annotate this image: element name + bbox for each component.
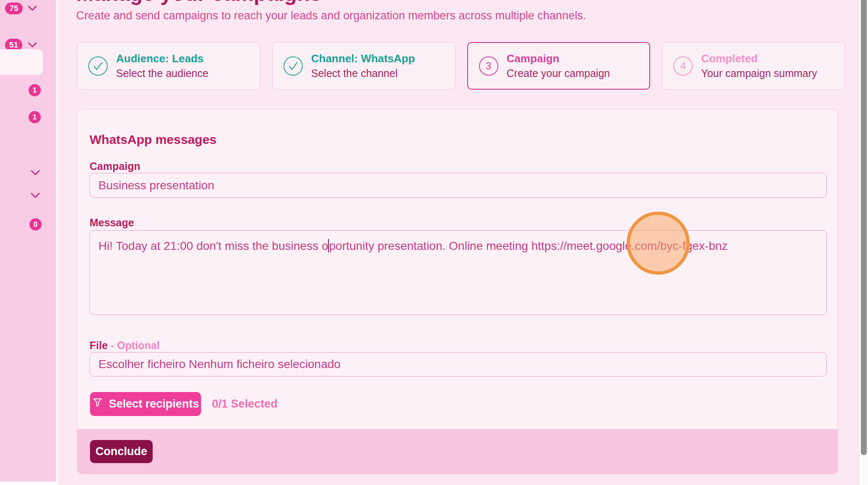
- message-label: Message: [90, 217, 134, 229]
- message-text-before-cursor: Hi! Today at 21:00 don't miss the busine…: [98, 239, 328, 252]
- file-label-text: File: [90, 339, 108, 351]
- sidebar-count-badge: 0: [29, 218, 42, 231]
- sidebar: 75 51 1 1 0: [0, 0, 56, 482]
- campaign-input[interactable]: Business presentation: [90, 173, 827, 198]
- page-title: Manage your campaigns: [76, 0, 322, 4]
- check-icon: [88, 56, 108, 76]
- bottom-strip: [0, 482, 58, 485]
- step-title: Channel: WhatsApp: [311, 52, 415, 65]
- step-number-icon: 4: [673, 56, 693, 76]
- sidebar-item-selected[interactable]: [0, 49, 43, 75]
- click-indicator-ring: [627, 212, 690, 275]
- page-subtitle: Create and send campaigns to reach your …: [76, 9, 586, 22]
- filter-icon: [92, 397, 103, 411]
- step-number-icon: 3: [479, 56, 498, 76]
- whatsapp-campaign-card: WhatsApp messages Campaign Business pres…: [77, 109, 838, 474]
- card-footer: Conclude: [77, 429, 838, 474]
- step-channel[interactable]: Channel: WhatsApp Select the channel: [272, 42, 455, 90]
- campaign-label: Campaign: [90, 160, 140, 172]
- file-label: File - Optional: [90, 339, 160, 352]
- step-subtitle: Select the audience: [116, 67, 209, 80]
- sidebar-count-badge: 1: [29, 84, 41, 96]
- conclude-button[interactable]: Conclude: [90, 440, 153, 463]
- file-input-value: Escolher ficheiro Nenhum ficheiro seleci…: [98, 358, 341, 371]
- select-recipients-label: Select recipients: [109, 398, 199, 411]
- card-heading: WhatsApp messages: [90, 133, 217, 147]
- chevron-down-icon[interactable]: [29, 168, 41, 179]
- campaign-input-value: Business presentation: [98, 179, 214, 192]
- step-title: Campaign: [507, 52, 610, 65]
- step-subtitle: Your campaign summary: [701, 67, 817, 80]
- message-textarea[interactable]: Hi! Today at 21:00 don't miss the busine…: [90, 230, 827, 315]
- step-title: Audience: Leads: [116, 52, 209, 65]
- step-subtitle: Select the channel: [311, 67, 415, 80]
- file-optional-text: - Optional: [111, 339, 160, 351]
- campaign-stepper: Audience: Leads Select the audience Chan…: [77, 42, 845, 90]
- sidebar-divider: [56, 0, 58, 485]
- step-subtitle: Create your campaign: [507, 67, 610, 80]
- step-audience[interactable]: Audience: Leads Select the audience: [77, 42, 260, 90]
- step-title: Completed: [701, 52, 817, 65]
- chevron-down-icon[interactable]: [29, 191, 41, 202]
- select-recipients-button[interactable]: Select recipients: [90, 392, 201, 416]
- scrollbar-thumb[interactable]: [861, 0, 867, 455]
- sidebar-count-badge: 75: [5, 3, 23, 14]
- chevron-down-icon[interactable]: [26, 4, 38, 15]
- page-scrollbar[interactable]: [860, 0, 868, 485]
- step-campaign-active[interactable]: 3 Campaign Create your campaign: [467, 42, 651, 90]
- sidebar-count-badge: 1: [29, 111, 41, 123]
- selected-count: 0/1 Selected: [212, 392, 278, 416]
- step-completed[interactable]: 4 Completed Your campaign summary: [662, 42, 845, 90]
- file-input[interactable]: Escolher ficheiro Nenhum ficheiro seleci…: [90, 352, 827, 376]
- check-icon: [283, 56, 303, 76]
